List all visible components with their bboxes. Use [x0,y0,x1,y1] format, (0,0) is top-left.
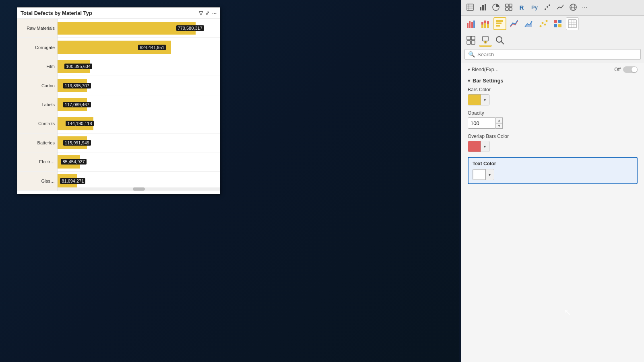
pie-chart-icon[interactable] [490,2,502,13]
opacity-up-btn[interactable]: ▲ [495,117,503,123]
svg-rect-32 [496,23,502,24]
search-input[interactable] [477,51,637,58]
blend-row: ▾ Blend(Exp… Off [468,66,638,73]
chart-bar-row: 624,441,951 [58,38,220,57]
svg-rect-24 [473,21,475,28]
chart-titlebar: Total Defects by Material Typ ▽ ⤢ ··· [17,8,220,19]
svg-rect-0 [467,4,473,10]
svg-rect-39 [554,20,557,23]
format-paintbrush-icon[interactable] [479,34,492,47]
chart-scrollbar[interactable] [58,187,220,191]
chart-titlebar-icons: ▽ ⤢ ··· [199,10,217,16]
viz-stacked-bar[interactable] [479,17,492,30]
viz-horizontal-bar[interactable] [493,17,506,30]
viz-grouped-bar[interactable] [464,17,477,30]
svg-rect-22 [469,21,471,28]
blend-chevron-icon: ▾ [468,67,470,72]
chart-bar-value: 144,190,118 [66,121,93,126]
chart-bar-row: 100,395,634 [58,57,220,76]
chart-bar-row: 115,991,949 [58,134,220,152]
bar-settings-header: ▾ Bar Settings [468,78,638,84]
viz-matrix[interactable] [551,17,564,30]
viz-scatter[interactable] [537,17,550,30]
filter-icon[interactable]: ▽ [199,10,203,16]
chart-bar: 81,694,271 [58,174,77,187]
blend-toggle[interactable] [623,66,638,73]
text-color-box: Text Color ▾ [468,157,638,184]
bars-color-label: Bars Color [468,87,638,93]
bar-settings-section: ▾ Bar Settings Bars Color ▾ Opacity ▲ [468,78,638,184]
svg-point-55 [496,37,502,42]
svg-point-35 [540,25,542,27]
top-toolbar: R Py ··· [461,0,644,16]
chart-bar: 624,441,951 [58,41,171,54]
bars-color-swatch [468,95,481,105]
svg-rect-26 [481,22,483,25]
table-icon[interactable] [464,2,476,13]
bar-chart-icon[interactable] [477,2,489,13]
chart-labels: Raw MaterialsCorrugateFilmCartonLabelsCo… [17,19,58,191]
svg-rect-41 [554,24,557,27]
scatter-icon[interactable] [542,2,553,13]
chart-bar-value: 113,895,707 [63,83,91,88]
python-icon[interactable]: Py [529,2,540,13]
svg-rect-52 [483,36,488,41]
toolbar-row-1: R Py ··· [464,2,641,13]
chart-label: Carton [17,76,57,95]
bars-color-picker[interactable]: ▾ [468,94,489,105]
svg-rect-5 [482,5,484,10]
right-panel: R Py ··· [461,0,644,362]
chart-bar: 115,991,949 [58,136,87,150]
chart-bar-value: 100,395,634 [64,64,92,69]
bar-settings-chevron: ▾ [468,78,470,84]
format-magnify-icon[interactable] [493,34,506,47]
opacity-row: Opacity ▲ ▼ [468,110,638,129]
chart-bar-value: 115,991,949 [63,140,91,146]
svg-rect-50 [467,41,471,44]
opacity-input-row: ▲ ▼ [468,117,638,129]
svg-point-38 [546,20,548,22]
chart-label: Glas… [17,172,57,191]
viz-area[interactable] [522,17,535,30]
search-icon: 🔍 [468,51,475,58]
viz-icons-row [461,16,644,32]
overlap-color-dropdown[interactable]: ▾ [481,141,489,152]
svg-line-56 [501,41,504,44]
format-row [461,32,644,47]
opacity-input[interactable] [468,117,496,129]
search-box: 🔍 [464,49,641,60]
more-icons-indicator: ··· [582,4,587,11]
more-icon[interactable]: ··· [212,10,217,16]
svg-point-37 [544,24,546,26]
overlap-color-picker[interactable]: ▾ [468,141,489,152]
viz-table[interactable] [566,17,579,30]
chart-window: Total Defects by Material Typ ▽ ⤢ ··· Ra… [17,7,220,194]
chart-bar-row: 144,190,118 [58,114,220,133]
overlap-color-swatch [468,141,481,152]
viz-line[interactable] [508,17,521,30]
svg-rect-25 [481,25,483,28]
svg-rect-28 [484,21,486,23]
svg-line-16 [559,7,561,8]
opacity-down-btn[interactable]: ▼ [495,123,503,129]
lines-icon[interactable] [555,2,566,13]
chart-label: Batteries [17,134,57,152]
svg-rect-31 [496,20,503,22]
r-icon[interactable]: R [516,2,527,13]
chart-bar-row: 117,089,467 [58,95,220,114]
svg-point-12 [545,8,546,10]
grid-icon[interactable] [503,2,514,13]
text-color-dropdown[interactable]: ▾ [485,169,494,180]
chart-label: Raw Materials [17,19,57,38]
expand-icon[interactable]: ⤢ [205,10,210,16]
chart-bar: 144,190,118 [58,117,93,130]
map-icon[interactable] [568,2,579,13]
svg-rect-23 [471,22,473,28]
svg-rect-4 [480,7,481,10]
format-grid-icon[interactable] [464,34,477,47]
blend-toggle-thumb [632,67,637,72]
svg-point-14 [549,4,550,6]
chart-bar-row: 85,454,927 [58,152,220,171]
text-color-picker[interactable]: ▾ [473,169,494,180]
bars-color-dropdown[interactable]: ▾ [481,95,489,105]
